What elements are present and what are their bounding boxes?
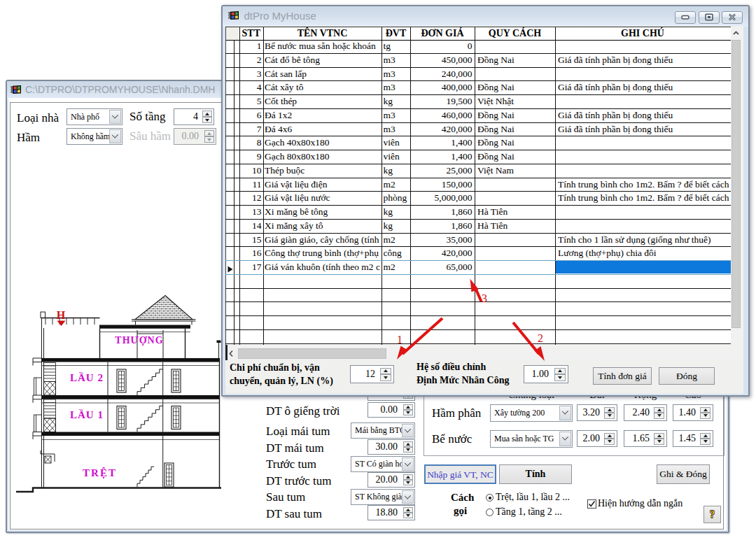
svg-text:TRỆT: TRỆT	[83, 467, 117, 478]
svg-text:H: H	[57, 309, 66, 321]
svg-text:THƯỢNG: THƯỢNG	[115, 335, 163, 346]
svg-text:LẦU 1: LẦU 1	[70, 409, 104, 420]
svg-text:LẦU 2: LẦU 2	[70, 372, 104, 383]
